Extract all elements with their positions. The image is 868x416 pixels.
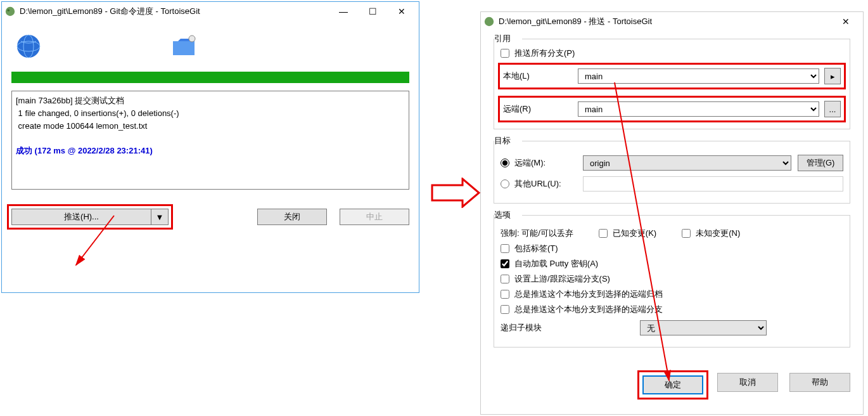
close-button[interactable]: 关闭 — [257, 209, 327, 225]
recursive-combo[interactable]: 无 — [640, 320, 767, 335]
known-change-checkbox[interactable]: 已知变更(K) — [599, 228, 656, 239]
push-dialog-window: D:\lemon_git\Lemon89 - 推送 - TortoiseGit … — [480, 11, 864, 415]
ref-legend: 引用 — [494, 33, 514, 44]
output-log[interactable]: [main 73a26bb] 提交测试文档 1 file changed, 0 … — [11, 91, 409, 190]
globe-icon — [15, 32, 42, 60]
folder-icon — [169, 32, 200, 60]
local-branch-combo[interactable]: main — [578, 68, 819, 84]
log-line: [main 73a26bb] 提交测试文档 — [16, 96, 124, 105]
remote-row-highlight: 远端(R) main ... — [501, 98, 843, 120]
svg-point-0 — [6, 7, 15, 16]
progress-window: D:\lemon_git\Lemon89 - Git命令进度 - Tortois… — [1, 1, 419, 293]
manage-button[interactable]: 管理(G) — [798, 155, 843, 171]
options-group: 选项 强制: 可能/可以丢弃 已知变更(K) 未知变更(N) 包括标签(T) 自… — [494, 215, 850, 348]
dialog-buttons: 确定 取消 帮助 — [481, 367, 863, 403]
always-push-archive-checkbox[interactable]: 总是推送这个本地分支到选择的远端归档 — [501, 289, 843, 300]
cancel-button[interactable]: 取消 — [717, 373, 778, 392]
log-success: 成功 (172 ms @ 2022/2/28 23:21:41) — [16, 146, 153, 155]
svg-rect-5 — [173, 41, 195, 55]
ok-button[interactable]: 确定 — [642, 375, 703, 394]
local-label: 本地(L) — [503, 70, 573, 82]
remote-branch-combo[interactable]: main — [578, 101, 819, 117]
log-line: create mode 100644 lemon_test.txt — [16, 121, 147, 131]
include-tags-checkbox[interactable]: 包括标签(T) — [501, 243, 843, 254]
push-button-label[interactable]: 推送(H)... — [12, 209, 151, 224]
svg-point-2 — [17, 35, 40, 58]
svg-point-1 — [8, 9, 10, 11]
push-button-highlight: 推送(H)... ▼ — [11, 209, 169, 225]
target-group: 目标 远端(M): origin 管理(G) 其他URL(U): — [494, 141, 850, 204]
dialog-content: 引用 推送所有分支(P) 本地(L) main ▸ 远端(R) main ...… — [481, 31, 863, 367]
log-line: 1 file changed, 0 insertions(+), 0 delet… — [16, 108, 179, 118]
browse-remote-button[interactable]: ... — [824, 101, 841, 117]
titlebar: D:\lemon_git\Lemon89 - Git命令进度 - Tortois… — [2, 2, 419, 21]
target-legend: 目标 — [494, 135, 514, 146]
ref-group: 引用 推送所有分支(P) 本地(L) main ▸ 远端(R) main ... — [494, 39, 850, 129]
other-url-radio[interactable]: 其他URL(U): — [501, 178, 577, 190]
chevron-down-icon[interactable]: ▼ — [151, 209, 168, 224]
browse-local-button[interactable]: ▸ — [824, 68, 841, 84]
remote-radio[interactable]: 远端(M): — [501, 157, 577, 169]
remote-combo[interactable]: origin — [583, 155, 791, 171]
minimize-button[interactable]: — — [329, 2, 358, 21]
window-title: D:\lemon_git\Lemon89 - 推送 - TortoiseGit — [499, 16, 831, 27]
push-all-checkbox[interactable]: 推送所有分支(P) — [501, 48, 843, 59]
autoload-putty-checkbox[interactable]: 自动加载 Putty 密钥(A) — [501, 258, 843, 270]
svg-point-6 — [189, 36, 195, 42]
remote-branch-label: 远端(R) — [503, 103, 573, 115]
help-button[interactable]: 帮助 — [789, 373, 850, 392]
progress-bar — [11, 72, 409, 83]
ok-button-highlight: 确定 — [640, 373, 706, 397]
recursive-label: 递归子模块 — [501, 322, 634, 334]
always-push-branch-checkbox[interactable]: 总是推送这个本地分支到选择的远端分支 — [501, 304, 843, 315]
force-label: 强制: 可能/可以丢弃 — [501, 228, 573, 239]
other-url-input — [583, 176, 843, 192]
annotation-arrow-icon — [431, 178, 480, 208]
close-button[interactable]: ✕ — [831, 12, 860, 31]
tortoisegit-icon — [483, 16, 495, 27]
set-upstream-checkbox[interactable]: 设置上游/跟踪远端分支(S) — [501, 273, 843, 285]
window-title: D:\lemon_git\Lemon89 - Git命令进度 - Tortois… — [20, 6, 329, 17]
button-row: 推送(H)... ▼ 关闭 中止 — [2, 197, 419, 237]
abort-button: 中止 — [340, 209, 409, 225]
maximize-button[interactable]: ☐ — [358, 2, 387, 21]
icon-toolbar — [2, 21, 419, 72]
push-split-button[interactable]: 推送(H)... ▼ — [11, 209, 169, 225]
unknown-change-checkbox[interactable]: 未知变更(N) — [682, 228, 740, 239]
options-legend: 选项 — [494, 209, 514, 221]
titlebar: D:\lemon_git\Lemon89 - 推送 - TortoiseGit … — [481, 12, 863, 31]
local-row-highlight: 本地(L) main ▸ — [501, 65, 843, 87]
svg-point-7 — [485, 17, 494, 26]
close-button[interactable]: ✕ — [387, 2, 416, 21]
tortoisegit-icon — [4, 6, 16, 17]
